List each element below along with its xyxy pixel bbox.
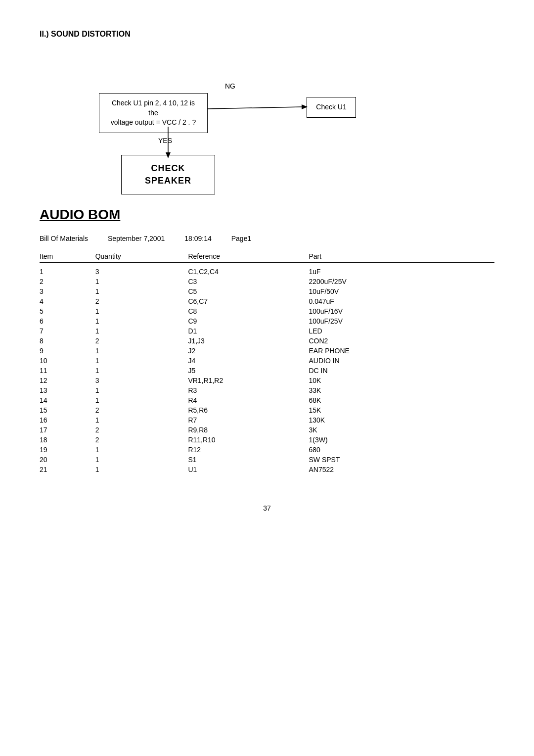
cell-reference: VR1,R1,R2 — [188, 376, 309, 385]
bom-meta: Bill Of Materials September 7,2001 18:09… — [40, 235, 494, 242]
cell-part: 3K — [309, 425, 494, 435]
table-row: 201S1SW SPST — [40, 455, 494, 465]
ng-label: NG — [225, 82, 235, 90]
cell-part: LED — [309, 326, 494, 336]
table-row: 161R7130K — [40, 415, 494, 425]
cell-part: 100uF/25V — [309, 316, 494, 326]
table-row: 141R468K — [40, 395, 494, 405]
cell-item: 12 — [40, 376, 95, 385]
cell-part: 130K — [309, 415, 494, 425]
cell-reference: S1 — [188, 455, 309, 465]
cell-quantity: 1 — [95, 465, 188, 474]
cell-part: CON2 — [309, 336, 494, 346]
cell-reference: J5 — [188, 366, 309, 376]
cell-part: 0.047uF — [309, 296, 494, 306]
cell-quantity: 1 — [95, 346, 188, 356]
cell-quantity: 1 — [95, 326, 188, 336]
cell-part: 1(3W) — [309, 435, 494, 445]
cell-reference: R11,R10 — [188, 435, 309, 445]
table-row: 101J4AUDIO IN — [40, 356, 494, 366]
cell-quantity: 1 — [95, 415, 188, 425]
cell-reference: R4 — [188, 395, 309, 405]
audio-bom-title: AUDIO BOM — [40, 207, 494, 223]
table-row: 13C1,C2,C41uF — [40, 267, 494, 277]
cell-part: 33K — [309, 385, 494, 395]
cell-part: DC IN — [309, 366, 494, 376]
cell-part: 1uF — [309, 267, 494, 277]
cell-reference: D1 — [188, 326, 309, 336]
section-title: II.) SOUND DISTORTION — [40, 30, 494, 39]
check-u1-result-box: Check U1 — [307, 97, 356, 118]
yes-label: YES — [158, 137, 172, 144]
table-row: 172R9,R83K — [40, 425, 494, 435]
cell-item: 13 — [40, 385, 95, 395]
cell-quantity: 1 — [95, 316, 188, 326]
col-header-item: Item — [40, 250, 95, 263]
cell-item: 17 — [40, 425, 95, 435]
cell-quantity: 1 — [95, 277, 188, 286]
cell-part: 10K — [309, 376, 494, 385]
table-row: 152R5,R615K — [40, 405, 494, 415]
cell-item: 14 — [40, 395, 95, 405]
cell-quantity: 1 — [95, 455, 188, 465]
cell-reference: R5,R6 — [188, 405, 309, 415]
table-row: 131R333K — [40, 385, 494, 395]
cell-quantity: 1 — [95, 385, 188, 395]
table-row: 82J1,J3CON2 — [40, 336, 494, 346]
cell-part: 680 — [309, 445, 494, 455]
cell-item: 21 — [40, 465, 95, 474]
cell-quantity: 2 — [95, 336, 188, 346]
cell-reference: R9,R8 — [188, 425, 309, 435]
cell-item: 4 — [40, 296, 95, 306]
cell-part: AUDIO IN — [309, 356, 494, 366]
cell-item: 8 — [40, 336, 95, 346]
bom-page: Page1 — [231, 235, 251, 242]
cell-part: EAR PHONE — [309, 346, 494, 356]
cell-reference: J4 — [188, 356, 309, 366]
cell-reference: C5 — [188, 286, 309, 296]
col-header-part: Part — [309, 250, 494, 263]
cell-reference: R12 — [188, 445, 309, 455]
bom-date: September 7,2001 — [108, 235, 165, 242]
cell-part: 100uF/16V — [309, 306, 494, 316]
cell-reference: C8 — [188, 306, 309, 316]
cell-quantity: 3 — [95, 267, 188, 277]
cell-item: 7 — [40, 326, 95, 336]
table-row: 71D1LED — [40, 326, 494, 336]
cell-part: 15K — [309, 405, 494, 415]
cell-quantity: 1 — [95, 286, 188, 296]
cell-reference: J1,J3 — [188, 336, 309, 346]
cell-reference: J2 — [188, 346, 309, 356]
cell-reference: R7 — [188, 415, 309, 425]
cell-item: 1 — [40, 267, 95, 277]
cell-item: 9 — [40, 346, 95, 356]
table-row: 111J5DC IN — [40, 366, 494, 376]
bom-label: Bill Of Materials — [40, 235, 88, 242]
cell-quantity: 1 — [95, 395, 188, 405]
table-row: 21C32200uF/25V — [40, 277, 494, 286]
cell-quantity: 1 — [95, 306, 188, 316]
col-header-reference: Reference — [188, 250, 309, 263]
cell-quantity: 1 — [95, 445, 188, 455]
cell-item: 19 — [40, 445, 95, 455]
table-row: 211U1AN7522 — [40, 465, 494, 474]
cell-part: AN7522 — [309, 465, 494, 474]
page-number: 37 — [40, 504, 494, 512]
bom-time: 18:09:14 — [184, 235, 212, 242]
cell-part: 68K — [309, 395, 494, 405]
table-row: 42C6,C70.047uF — [40, 296, 494, 306]
cell-item: 11 — [40, 366, 95, 376]
cell-item: 5 — [40, 306, 95, 316]
cell-reference: C9 — [188, 316, 309, 326]
table-row: 191R12680 — [40, 445, 494, 455]
cell-quantity: 1 — [95, 356, 188, 366]
cell-quantity: 2 — [95, 405, 188, 415]
cell-item: 3 — [40, 286, 95, 296]
cell-reference: C6,C7 — [188, 296, 309, 306]
cell-part: 2200uF/25V — [309, 277, 494, 286]
cell-item: 16 — [40, 415, 95, 425]
cell-reference: C1,C2,C4 — [188, 267, 309, 277]
cell-quantity: 2 — [95, 425, 188, 435]
table-row: 51C8100uF/16V — [40, 306, 494, 316]
table-row: 61C9100uF/25V — [40, 316, 494, 326]
